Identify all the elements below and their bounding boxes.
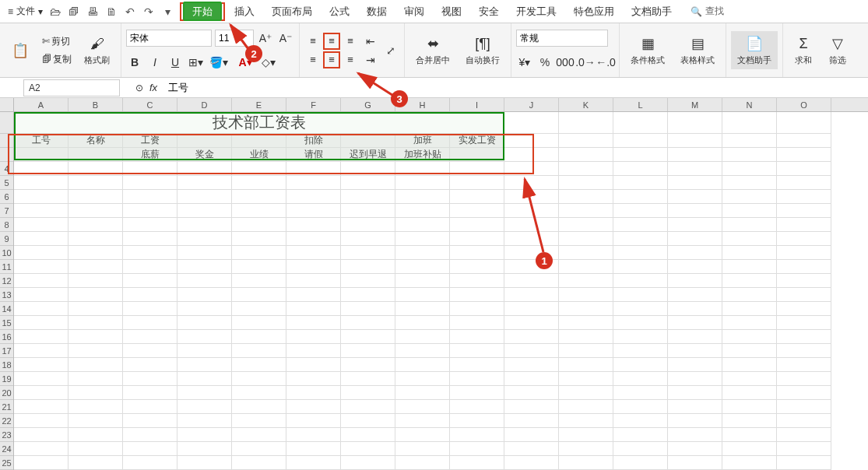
cell-O14[interactable] — [777, 302, 831, 316]
redo-icon[interactable]: ↷ — [142, 5, 155, 18]
copy-button[interactable]: 🗐复制 — [39, 51, 75, 68]
cell-A5[interactable] — [14, 176, 69, 190]
cell-N20[interactable] — [722, 386, 777, 400]
cell-B12[interactable] — [69, 274, 123, 288]
col-header-E[interactable]: E — [232, 98, 286, 111]
cell-H9[interactable] — [395, 232, 450, 246]
cell-A1[interactable]: 技术部工资表 — [14, 112, 504, 134]
cell-L7[interactable] — [613, 204, 668, 218]
cell-O8[interactable] — [777, 218, 831, 232]
cell-A14[interactable] — [14, 302, 69, 316]
cell-L18[interactable] — [613, 358, 668, 372]
cell-D16[interactable] — [177, 330, 232, 344]
cell-C9[interactable] — [123, 232, 177, 246]
tab-layout[interactable]: 页面布局 — [264, 2, 320, 22]
cell-N8[interactable] — [722, 218, 777, 232]
cell-C14[interactable] — [123, 302, 177, 316]
preview-icon[interactable]: 🗎 — [105, 5, 118, 18]
col-header-O[interactable]: O — [777, 98, 831, 111]
cell-M11[interactable] — [668, 260, 722, 274]
cell-E10[interactable] — [232, 246, 286, 260]
cell-I9[interactable] — [450, 232, 504, 246]
cell-C4[interactable] — [123, 162, 177, 176]
cell-L8[interactable] — [613, 218, 668, 232]
cell-F25[interactable] — [286, 456, 341, 470]
cell-I7[interactable] — [450, 204, 504, 218]
cell-G9[interactable] — [341, 232, 395, 246]
cell-L14[interactable] — [613, 302, 668, 316]
cell-I5[interactable] — [450, 176, 504, 190]
cell-F4[interactable] — [286, 162, 341, 176]
cell-I19[interactable] — [450, 372, 504, 386]
cell-M18[interactable] — [668, 358, 722, 372]
cell-A11[interactable] — [14, 260, 69, 274]
cell-J15[interactable] — [504, 316, 559, 330]
search-button[interactable]: 🔍 查找 — [691, 5, 724, 18]
cell-J11[interactable] — [504, 260, 559, 274]
cell-J21[interactable] — [504, 400, 559, 414]
cell-B23[interactable] — [69, 428, 123, 442]
cell-H10[interactable] — [395, 246, 450, 260]
tab-formula[interactable]: 公式 — [322, 2, 357, 22]
cell-K10[interactable] — [559, 246, 613, 260]
cell-O17[interactable] — [777, 344, 831, 358]
cell-H11[interactable] — [395, 260, 450, 274]
cell-M1[interactable] — [668, 112, 722, 134]
row-header-1[interactable] — [0, 112, 13, 134]
cell-B25[interactable] — [69, 456, 123, 470]
row-header-18[interactable]: 18 — [0, 358, 13, 372]
cell-J14[interactable] — [504, 302, 559, 316]
cell-E14[interactable] — [232, 302, 286, 316]
cell-J12[interactable] — [504, 274, 559, 288]
cell-B15[interactable] — [69, 316, 123, 330]
col-header-J[interactable]: J — [504, 98, 559, 111]
merge-center-button[interactable]: ⬌ 合并居中 — [409, 31, 456, 69]
align-bottom-right[interactable]: ≡ — [342, 51, 359, 68]
cell-D12[interactable] — [177, 274, 232, 288]
cell-M5[interactable] — [668, 176, 722, 190]
cell-H18[interactable] — [395, 358, 450, 372]
cell-N18[interactable] — [722, 358, 777, 372]
italic-button[interactable]: I — [146, 54, 163, 71]
cell-C3[interactable]: 底薪 — [123, 148, 177, 162]
cell-G2[interactable] — [341, 134, 395, 148]
cell-L20[interactable] — [613, 386, 668, 400]
table-style-button[interactable]: ▤ 表格样式 — [674, 31, 721, 69]
cell-K7[interactable] — [559, 204, 613, 218]
cell-N4[interactable] — [722, 162, 777, 176]
cell-I21[interactable] — [450, 400, 504, 414]
cell-L6[interactable] — [613, 190, 668, 204]
cell-L25[interactable] — [613, 456, 668, 470]
cell-B10[interactable] — [69, 246, 123, 260]
cell-H22[interactable] — [395, 414, 450, 428]
dropdown-icon[interactable]: ▾ — [161, 5, 174, 18]
cell-N9[interactable] — [722, 232, 777, 246]
row-header-3[interactable] — [0, 148, 13, 162]
cell-L15[interactable] — [613, 316, 668, 330]
cell-E4[interactable] — [232, 162, 286, 176]
cell-K12[interactable] — [559, 274, 613, 288]
cell-I20[interactable] — [450, 386, 504, 400]
cell-J1[interactable] — [504, 112, 559, 134]
cell-O19[interactable] — [777, 372, 831, 386]
cell-D23[interactable] — [177, 428, 232, 442]
formula-input[interactable] — [165, 79, 868, 96]
cell-C18[interactable] — [123, 358, 177, 372]
cell-A19[interactable] — [14, 372, 69, 386]
cell-B2[interactable]: 名称 — [69, 134, 123, 148]
cell-K23[interactable] — [559, 428, 613, 442]
tab-special[interactable]: 特色应用 — [566, 2, 622, 22]
cell-A7[interactable] — [14, 204, 69, 218]
cell-O25[interactable] — [777, 456, 831, 470]
cell-E15[interactable] — [232, 316, 286, 330]
cell-O7[interactable] — [777, 204, 831, 218]
cell-E5[interactable] — [232, 176, 286, 190]
cell-D4[interactable] — [177, 162, 232, 176]
cell-N1[interactable] — [722, 112, 777, 134]
cell-M8[interactable] — [668, 218, 722, 232]
cell-N6[interactable] — [722, 190, 777, 204]
cell-B13[interactable] — [69, 288, 123, 302]
doc-helper-button[interactable]: 📄 文档助手 — [731, 31, 778, 69]
increase-font-button[interactable]: A⁺ — [257, 30, 274, 47]
cell-B21[interactable] — [69, 400, 123, 414]
